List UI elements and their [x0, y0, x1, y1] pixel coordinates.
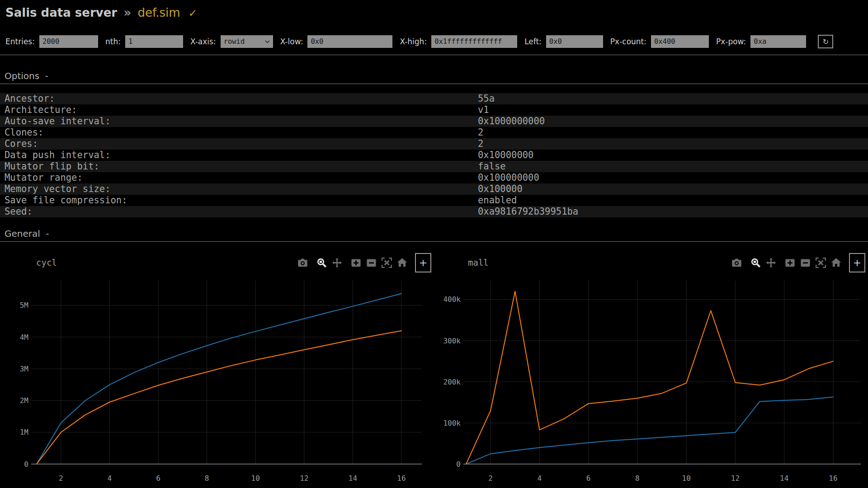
px-pow-input[interactable] — [750, 35, 806, 48]
option-row: Save file compression:enabled — [0, 195, 868, 206]
charts-area: cycl+24681012141601M2M3M4M5Mmall+2468101… — [0, 251, 868, 488]
option-label: Auto-save interval: — [0, 116, 478, 127]
autoscale-icon[interactable] — [816, 258, 826, 268]
add-plot-button[interactable]: + — [849, 253, 865, 272]
plotly-modebar: + — [726, 252, 865, 273]
svg-text:6: 6 — [156, 474, 160, 483]
option-value: 55a — [478, 93, 495, 104]
option-row: Memory vector size:0x100000 — [0, 183, 868, 195]
toolbar-field-x-high: X-high: — [400, 35, 517, 48]
autoscale-icon[interactable] — [382, 258, 392, 268]
breadcrumb-file[interactable]: def.sim — [137, 6, 180, 19]
toolbar-field-nth: nth: — [105, 35, 183, 48]
pan-icon[interactable] — [766, 258, 776, 268]
option-value: 0x1000000000 — [478, 116, 545, 127]
option-label: Architecture: — [0, 104, 478, 116]
zoom-out-icon[interactable] — [366, 258, 377, 268]
x-low-input[interactable] — [307, 35, 392, 48]
option-value: v1 — [478, 104, 489, 116]
option-value: 0x100000 — [478, 183, 523, 195]
svg-text:12: 12 — [731, 474, 740, 483]
option-label: Seed: — [0, 206, 478, 217]
x-axis-label: X-axis: — [190, 37, 216, 46]
toolbar-field-entries: Entries: — [5, 35, 98, 48]
salis-data-server-app: Salis data server » def.sim ✓ Entries:nt… — [0, 0, 868, 488]
option-label: Mutator range: — [0, 172, 478, 183]
svg-text:1M: 1M — [20, 428, 28, 436]
x-high-input[interactable] — [431, 35, 517, 48]
camera-icon[interactable] — [731, 258, 742, 268]
home-icon[interactable] — [831, 258, 841, 268]
svg-text:2: 2 — [488, 474, 493, 483]
options-table: Ancestor:55aArchitecture:v1Auto-save int… — [0, 93, 868, 217]
zoom-in-icon[interactable] — [351, 258, 361, 268]
option-label: Cores: — [0, 138, 478, 150]
option-value: enabled — [478, 195, 517, 206]
option-value: false — [478, 161, 506, 172]
add-plot-button[interactable]: + — [415, 253, 431, 272]
x-axis-tick-labels: 246810121416 — [59, 474, 406, 483]
option-row: Ancestor:55a — [0, 93, 868, 104]
pan-icon[interactable] — [332, 258, 342, 268]
svg-text:0: 0 — [456, 460, 461, 469]
home-icon[interactable] — [397, 258, 407, 268]
option-label: Ancestor: — [0, 93, 478, 104]
zoom-in-icon[interactable] — [785, 258, 795, 268]
left-label: Left: — [524, 37, 542, 46]
toolbar-field-px-pow: Px-pow: — [716, 35, 806, 48]
reload-icon: ↻ — [823, 38, 829, 46]
option-row: Architecture:v1 — [0, 104, 868, 116]
svg-text:8: 8 — [635, 474, 640, 483]
svg-text:100k: 100k — [443, 419, 461, 427]
toolbar-field-px-count: Px-count: — [610, 35, 709, 48]
zoom-out-icon[interactable] — [800, 258, 811, 268]
px-count-input[interactable] — [651, 35, 709, 48]
app-header: Salis data server » def.sim ✓ — [0, 0, 868, 21]
svg-text:10: 10 — [682, 474, 691, 483]
line-chart-mall[interactable]: 2468101214160100k200k300k400k — [434, 276, 868, 488]
nth-label: nth: — [105, 37, 121, 46]
svg-text:4M: 4M — [20, 333, 28, 342]
zoom-icon[interactable] — [316, 258, 327, 268]
options-collapse-toggle[interactable]: - — [42, 70, 48, 81]
svg-text:14: 14 — [349, 474, 357, 483]
svg-text:4: 4 — [538, 474, 542, 483]
toolbar-field-x-axis: X-axis:rowid — [190, 35, 273, 48]
option-value: 0x100000000 — [478, 172, 539, 183]
x-high-label: X-high: — [400, 37, 427, 46]
svg-text:400k: 400k — [443, 295, 461, 304]
x-axis-tick-labels: 246810121416 — [488, 474, 837, 483]
svg-text:4: 4 — [108, 474, 112, 483]
chart-panel-mall: mall+2468101214160100k200k300k400k — [434, 251, 868, 488]
y-axis-tick-labels: 0100k200k300k400k — [443, 295, 461, 468]
option-row: Seed:0xa9816792b39951ba — [0, 206, 868, 217]
option-label: Clones: — [0, 127, 478, 138]
chart-title: mall — [468, 258, 489, 267]
option-label: Mutator flip bit: — [0, 161, 478, 172]
plotly-modebar: + — [292, 252, 431, 273]
svg-text:12: 12 — [300, 474, 308, 483]
camera-icon[interactable] — [297, 258, 308, 268]
option-label: Save file compression: — [0, 195, 478, 206]
chart-title: cycl — [36, 258, 57, 267]
general-section-title: General — [5, 228, 40, 239]
x-axis-select-wrap: rowid — [221, 35, 273, 48]
px-count-label: Px-count: — [610, 37, 646, 46]
general-collapse-toggle[interactable]: - — [43, 228, 49, 239]
line-chart-cycl[interactable]: 24681012141601M2M3M4M5M — [0, 276, 434, 488]
left-input[interactable] — [546, 35, 603, 48]
general-section-heading: General - — [0, 228, 868, 242]
series-line-blue — [466, 397, 833, 464]
entries-input[interactable] — [39, 35, 98, 48]
reload-button[interactable]: ↻ — [818, 35, 833, 48]
svg-text:2M: 2M — [20, 396, 28, 405]
svg-text:3M: 3M — [20, 365, 28, 373]
option-row: Data push interval:0x10000000 — [0, 150, 868, 161]
options-section-heading: Options - — [0, 70, 868, 84]
option-value: 0xa9816792b39951ba — [478, 206, 578, 217]
zoom-icon[interactable] — [750, 258, 761, 268]
x-axis-select[interactable]: rowid — [221, 35, 273, 48]
option-row: Mutator flip bit:false — [0, 161, 868, 172]
nth-input[interactable] — [125, 35, 183, 48]
saved-check-icon: ✓ — [184, 7, 197, 19]
